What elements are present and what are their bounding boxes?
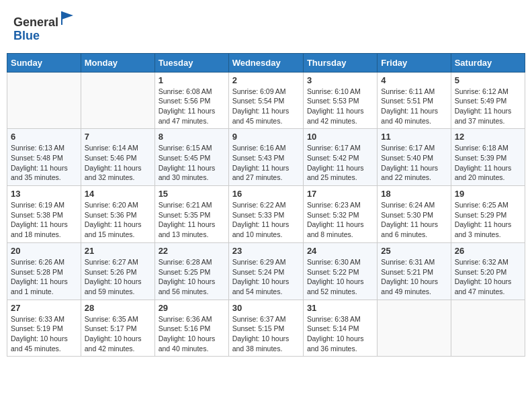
day-info: Sunrise: 6:35 AM Sunset: 5:17 PM Dayligh… [85, 314, 151, 354]
day-info: Sunrise: 6:38 AM Sunset: 5:14 PM Dayligh… [307, 314, 373, 354]
calendar-day-cell [378, 300, 451, 357]
day-of-week-header: Tuesday [154, 53, 228, 72]
calendar-day-cell: 19Sunrise: 6:25 AM Sunset: 5:29 PM Dayli… [451, 186, 525, 243]
calendar-week-row: 1Sunrise: 6:08 AM Sunset: 5:56 PM Daylig… [7, 72, 525, 129]
day-number: 9 [232, 132, 300, 142]
day-of-week-header: Saturday [451, 53, 525, 72]
calendar-day-cell: 2Sunrise: 6:09 AM Sunset: 5:54 PM Daylig… [228, 72, 303, 129]
day-info: Sunrise: 6:12 AM Sunset: 5:49 PM Dayligh… [455, 87, 521, 126]
calendar-day-cell: 11Sunrise: 6:17 AM Sunset: 5:40 PM Dayli… [378, 129, 451, 186]
calendar-day-cell: 18Sunrise: 6:24 AM Sunset: 5:30 PM Dayli… [378, 186, 451, 243]
day-number: 20 [11, 246, 77, 256]
day-info: Sunrise: 6:30 AM Sunset: 5:22 PM Dayligh… [307, 257, 373, 297]
calendar-day-cell: 9Sunrise: 6:16 AM Sunset: 5:43 PM Daylig… [228, 129, 303, 186]
calendar-day-cell: 27Sunrise: 6:33 AM Sunset: 5:19 PM Dayli… [7, 300, 81, 357]
day-info: Sunrise: 6:31 AM Sunset: 5:21 PM Dayligh… [381, 257, 447, 297]
day-info: Sunrise: 6:33 AM Sunset: 5:19 PM Dayligh… [11, 314, 77, 354]
calendar-day-cell: 13Sunrise: 6:19 AM Sunset: 5:38 PM Dayli… [7, 186, 81, 243]
day-number: 5 [455, 75, 521, 85]
day-info: Sunrise: 6:10 AM Sunset: 5:53 PM Dayligh… [307, 87, 373, 126]
day-number: 23 [232, 246, 300, 256]
calendar-day-cell [451, 300, 525, 357]
day-info: Sunrise: 6:14 AM Sunset: 5:46 PM Dayligh… [85, 143, 151, 183]
calendar-day-cell: 30Sunrise: 6:37 AM Sunset: 5:15 PM Dayli… [228, 300, 303, 357]
calendar-day-cell: 28Sunrise: 6:35 AM Sunset: 5:17 PM Dayli… [81, 300, 154, 357]
day-info: Sunrise: 6:29 AM Sunset: 5:24 PM Dayligh… [232, 257, 300, 297]
day-number: 12 [455, 132, 521, 142]
calendar-week-row: 13Sunrise: 6:19 AM Sunset: 5:38 PM Dayli… [7, 186, 525, 243]
calendar-day-cell: 3Sunrise: 6:10 AM Sunset: 5:53 PM Daylig… [303, 72, 377, 129]
calendar-day-cell: 15Sunrise: 6:21 AM Sunset: 5:35 PM Dayli… [154, 186, 228, 243]
day-number: 17 [307, 189, 373, 199]
calendar-day-cell: 25Sunrise: 6:31 AM Sunset: 5:21 PM Dayli… [378, 242, 451, 300]
day-number: 7 [85, 132, 151, 142]
day-info: Sunrise: 6:20 AM Sunset: 5:36 PM Dayligh… [85, 200, 151, 240]
day-info: Sunrise: 6:17 AM Sunset: 5:40 PM Dayligh… [381, 143, 447, 183]
day-number: 16 [232, 189, 300, 199]
day-info: Sunrise: 6:22 AM Sunset: 5:33 PM Dayligh… [232, 200, 300, 240]
day-of-week-header: Sunday [7, 53, 81, 72]
day-number: 22 [159, 246, 225, 256]
calendar-week-row: 20Sunrise: 6:26 AM Sunset: 5:28 PM Dayli… [7, 242, 525, 300]
day-number: 27 [11, 303, 77, 313]
day-number: 25 [381, 246, 447, 256]
calendar-day-cell [7, 72, 81, 129]
day-number: 31 [307, 303, 373, 313]
calendar-day-cell: 24Sunrise: 6:30 AM Sunset: 5:22 PM Dayli… [303, 242, 377, 300]
day-info: Sunrise: 6:19 AM Sunset: 5:38 PM Dayligh… [11, 200, 77, 240]
day-number: 18 [381, 189, 447, 199]
day-info: Sunrise: 6:15 AM Sunset: 5:45 PM Dayligh… [159, 143, 225, 183]
calendar-day-cell: 17Sunrise: 6:23 AM Sunset: 5:32 PM Dayli… [303, 186, 377, 243]
day-number: 26 [455, 246, 521, 256]
day-number: 29 [159, 303, 225, 313]
day-info: Sunrise: 6:09 AM Sunset: 5:54 PM Dayligh… [232, 87, 300, 126]
day-of-week-header: Friday [378, 53, 451, 72]
day-number: 13 [11, 189, 77, 199]
calendar-day-cell: 16Sunrise: 6:22 AM Sunset: 5:33 PM Dayli… [228, 186, 303, 243]
calendar-day-cell: 12Sunrise: 6:18 AM Sunset: 5:39 PM Dayli… [451, 129, 525, 186]
day-number: 6 [11, 132, 77, 142]
day-of-week-header: Monday [81, 53, 154, 72]
calendar-day-cell: 23Sunrise: 6:29 AM Sunset: 5:24 PM Dayli… [228, 242, 303, 300]
day-number: 3 [307, 75, 373, 85]
logo-flag-icon [60, 10, 76, 26]
logo: General Blue [13, 10, 76, 43]
day-info: Sunrise: 6:16 AM Sunset: 5:43 PM Dayligh… [232, 143, 300, 183]
calendar-day-cell: 22Sunrise: 6:28 AM Sunset: 5:25 PM Dayli… [154, 242, 228, 300]
calendar-day-cell: 20Sunrise: 6:26 AM Sunset: 5:28 PM Dayli… [7, 242, 81, 300]
calendar-day-cell: 10Sunrise: 6:17 AM Sunset: 5:42 PM Dayli… [303, 129, 377, 186]
day-number: 15 [159, 189, 225, 199]
calendar-day-cell: 14Sunrise: 6:20 AM Sunset: 5:36 PM Dayli… [81, 186, 154, 243]
calendar-week-row: 6Sunrise: 6:13 AM Sunset: 5:48 PM Daylig… [7, 129, 525, 186]
calendar-day-cell: 29Sunrise: 6:36 AM Sunset: 5:16 PM Dayli… [154, 300, 228, 357]
logo-general-text: General [13, 15, 58, 29]
calendar-day-cell [81, 72, 154, 129]
calendar-day-cell: 31Sunrise: 6:38 AM Sunset: 5:14 PM Dayli… [303, 300, 377, 357]
day-number: 2 [232, 75, 300, 85]
day-info: Sunrise: 6:13 AM Sunset: 5:48 PM Dayligh… [11, 143, 77, 183]
day-info: Sunrise: 6:36 AM Sunset: 5:16 PM Dayligh… [159, 314, 225, 354]
calendar-day-cell: 6Sunrise: 6:13 AM Sunset: 5:48 PM Daylig… [7, 129, 81, 186]
day-info: Sunrise: 6:18 AM Sunset: 5:39 PM Dayligh… [455, 143, 521, 183]
day-of-week-header: Thursday [303, 53, 377, 72]
calendar-table: SundayMondayTuesdayWednesdayThursdayFrid… [7, 53, 525, 357]
day-info: Sunrise: 6:11 AM Sunset: 5:51 PM Dayligh… [381, 87, 447, 126]
logo-blue-text: Blue [13, 29, 40, 42]
calendar-day-cell: 5Sunrise: 6:12 AM Sunset: 5:49 PM Daylig… [451, 72, 525, 129]
day-info: Sunrise: 6:32 AM Sunset: 5:20 PM Dayligh… [455, 257, 521, 297]
day-info: Sunrise: 6:28 AM Sunset: 5:25 PM Dayligh… [159, 257, 225, 297]
day-info: Sunrise: 6:25 AM Sunset: 5:29 PM Dayligh… [455, 200, 521, 240]
calendar-day-cell: 7Sunrise: 6:14 AM Sunset: 5:46 PM Daylig… [81, 129, 154, 186]
calendar-day-cell: 4Sunrise: 6:11 AM Sunset: 5:51 PM Daylig… [378, 72, 451, 129]
day-info: Sunrise: 6:23 AM Sunset: 5:32 PM Dayligh… [307, 200, 373, 240]
day-info: Sunrise: 6:37 AM Sunset: 5:15 PM Dayligh… [232, 314, 300, 354]
day-number: 19 [455, 189, 521, 199]
day-of-week-header: Wednesday [228, 53, 303, 72]
day-number: 8 [159, 132, 225, 142]
day-number: 10 [307, 132, 373, 142]
calendar-day-cell: 26Sunrise: 6:32 AM Sunset: 5:20 PM Dayli… [451, 242, 525, 300]
day-number: 1 [159, 75, 225, 85]
day-number: 28 [85, 303, 151, 313]
page-header: General Blue [7, 7, 525, 46]
svg-marker-1 [62, 11, 73, 19]
